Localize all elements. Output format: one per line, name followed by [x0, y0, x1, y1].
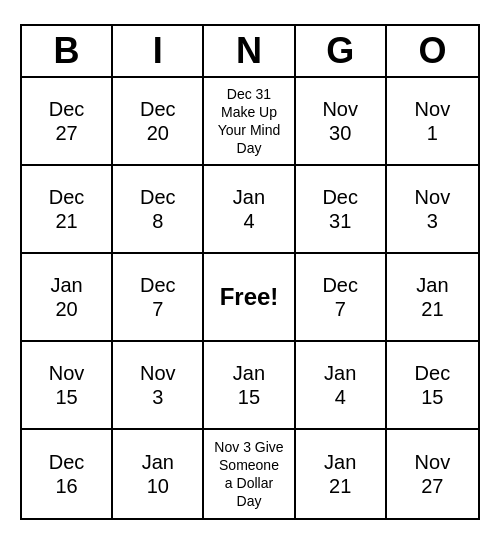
bingo-header-letter: N	[204, 26, 295, 76]
bingo-cell: Jan21	[387, 254, 478, 342]
bingo-header-letter: B	[22, 26, 113, 76]
bingo-cell: Nov3	[387, 166, 478, 254]
free-cell: Free!	[204, 254, 295, 342]
bingo-header: BINGO	[22, 26, 478, 78]
bingo-cell: Dec20	[113, 78, 204, 166]
bingo-header-letter: I	[113, 26, 204, 76]
bingo-cell: Nov30	[296, 78, 387, 166]
bingo-header-letter: O	[387, 26, 478, 76]
bingo-cell: Dec31	[296, 166, 387, 254]
bingo-cell: Jan10	[113, 430, 204, 518]
bingo-cell: Dec16	[22, 430, 113, 518]
bingo-cell: Dec8	[113, 166, 204, 254]
bingo-cell: Nov15	[22, 342, 113, 430]
bingo-cell: Jan4	[204, 166, 295, 254]
bingo-cell: Jan4	[296, 342, 387, 430]
bingo-cell: Dec7	[296, 254, 387, 342]
bingo-cell: Dec15	[387, 342, 478, 430]
bingo-cell: Dec27	[22, 78, 113, 166]
bingo-cell: Jan15	[204, 342, 295, 430]
bingo-cell: Jan21	[296, 430, 387, 518]
bingo-cell: Jan20	[22, 254, 113, 342]
bingo-cell: Nov1	[387, 78, 478, 166]
bingo-header-letter: G	[296, 26, 387, 76]
bingo-cell: Dec21	[22, 166, 113, 254]
bingo-card: BINGO Dec27Dec20Dec 31Make UpYour MindDa…	[20, 24, 480, 520]
bingo-cell: Nov 3 GiveSomeonea DollarDay	[204, 430, 295, 518]
bingo-cell: Nov3	[113, 342, 204, 430]
bingo-cell: Dec7	[113, 254, 204, 342]
bingo-grid: Dec27Dec20Dec 31Make UpYour MindDayNov30…	[22, 78, 478, 518]
bingo-cell: Nov27	[387, 430, 478, 518]
bingo-cell: Dec 31Make UpYour MindDay	[204, 78, 295, 166]
